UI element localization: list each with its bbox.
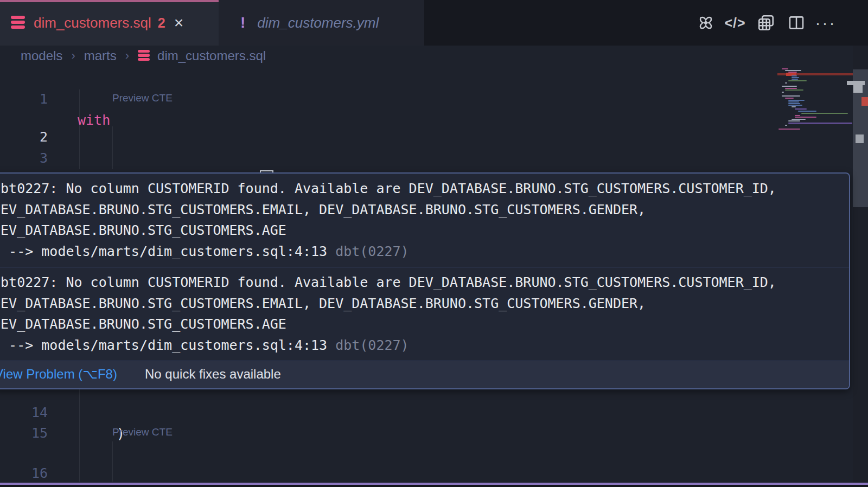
code-line-15: 15 (0, 401, 868, 422)
tab-label: dim_customers.yml (257, 15, 379, 31)
line-number: 15 (14, 422, 48, 444)
active-tab-accent-bar (0, 0, 222, 2)
show-source-code-icon[interactable]: </> (723, 13, 748, 33)
preview-cte-codelens[interactable]: Preview CTE (112, 426, 173, 438)
warning-icon: ! (240, 14, 245, 31)
bottom-edge (0, 485, 868, 487)
diagnostic-location: --> models/marts/dim_customers.sql:4:13 (0, 337, 335, 353)
minimap-error-line (777, 73, 853, 75)
diagnostic-block-2: dbt0227: No column CUSTOMERID found. Ava… (0, 267, 849, 361)
no-quick-fixes-label: No quick fixes available (145, 367, 281, 382)
preview-cte-codelens[interactable]: Preview CTE (112, 92, 173, 104)
copy-results-table-icon[interactable] (755, 13, 777, 33)
chevron-right-icon: › (71, 49, 75, 63)
diagnostic-source: dbt(0227) (335, 244, 409, 259)
database-icon (11, 16, 25, 30)
ruler-marker (853, 85, 863, 93)
dbt-power-user-icon[interactable] (696, 13, 716, 33)
view-problem-link[interactable]: View Problem (⌥F8) (0, 367, 117, 382)
ruler-marker (856, 134, 864, 143)
tab-label: dim_customers.sql (34, 15, 151, 31)
diagnostic-source: dbt(0227) (335, 337, 409, 353)
code-line-4: 4 customerId (0, 148, 868, 169)
chevron-right-icon: › (125, 49, 129, 63)
code-line-2: 2 customers as( (0, 105, 868, 126)
close-tab-icon[interactable]: × (174, 15, 184, 31)
breadcrumb-marts[interactable]: marts (84, 48, 117, 63)
tab-dim-customers-sql[interactable]: dim_customers.sql 2 × (0, 0, 219, 46)
code-line-16: 16 , check_valid_emails as ( (0, 441, 868, 463)
hover-status-bar: View Problem (⌥F8) No quick fixes availa… (0, 361, 849, 388)
ruler-error-marker (861, 97, 868, 106)
split-editor-icon[interactable] (786, 13, 807, 33)
tab-dim-customers-yml[interactable]: ! dim_customers.yml (219, 0, 424, 46)
code-line-1: 1 with (0, 67, 868, 88)
breadcrumb-file[interactable]: dim_customers.sql (157, 48, 266, 63)
diagnostic-block-1: dbt0227: No column CUSTOMERID found. Ava… (0, 174, 849, 267)
database-icon (138, 50, 150, 62)
diagnostic-location: --> models/marts/dim_customers.sql:4:13 (0, 244, 335, 259)
breadcrumb: models › marts › dim_customers.sql (0, 46, 868, 66)
tab-bar: dim_customers.sql 2 × ! dim_customers.ym… (0, 0, 868, 46)
error-hover-popup: dbt0227: No column CUSTOMERID found. Ava… (0, 172, 850, 389)
tab-problem-count-badge: 2 (158, 15, 165, 31)
code-line-17: 17 select (0, 462, 868, 483)
breadcrumb-models[interactable]: models (21, 48, 62, 63)
more-actions-icon[interactable]: ··· (814, 13, 838, 33)
code-line-3: 3 select (0, 126, 868, 148)
